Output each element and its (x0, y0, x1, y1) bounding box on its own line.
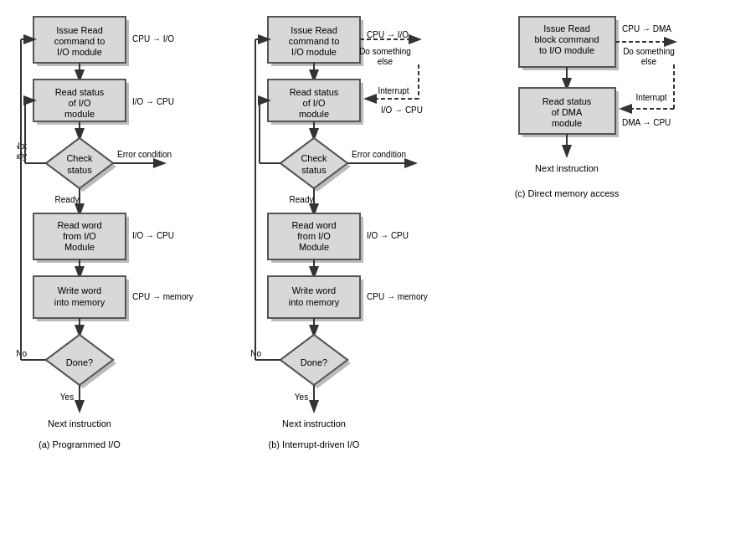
a-done: Done? (66, 357, 93, 367)
c-interrupt: Interrupt (635, 93, 666, 102)
b-done: Done? (301, 357, 327, 367)
a-label-io-cpu1: I/O → CPU (132, 97, 174, 106)
diagram-c: Issue Read block command to I/O module C… (494, 8, 728, 276)
a-write-word-l1: Write word (58, 285, 101, 295)
a-read-status-l2: of I/O (69, 98, 91, 108)
a-read-status-l1: Read status (55, 87, 105, 97)
c-dma-cpu: DMA → CPU (622, 118, 671, 127)
a-error: Error condition (117, 150, 172, 159)
c-read-status-l2: of DMA (552, 107, 583, 117)
a-start-line1: Issue Read (56, 25, 103, 35)
b-cpu-mem: CPU → memory (367, 292, 428, 301)
c-else: else (641, 57, 657, 66)
b-start-l1: Issue Read (291, 25, 337, 35)
b-else: else (378, 57, 393, 66)
a-start-line3: I/O module (57, 47, 102, 57)
b-read-status-l1: Read status (290, 87, 339, 97)
a-label-cpu-io: CPU → I/O (132, 34, 174, 44)
a-read-word-l1: Read word (57, 220, 101, 230)
a-check-status-l1: Check (66, 153, 93, 163)
b-read-word-l2: from I/O (297, 231, 331, 241)
b-io-cpu2: I/O → CPU (367, 231, 409, 240)
c-start-l1: Issue Read (543, 23, 590, 33)
b-start-l2: command to (289, 36, 340, 46)
c-cpu-dma: CPU → DMA (622, 24, 671, 33)
b-error: Error condition (352, 150, 406, 159)
b-check-l2: status (301, 165, 327, 175)
c-next-instr: Next instruction (535, 163, 599, 173)
b-start-l3: I/O module (291, 47, 337, 57)
c-read-status-l3: module (552, 118, 582, 128)
diagram-a: Issue Read command to I/O module CPU → I… (8, 8, 243, 511)
a-read-word-l2: from I/O (63, 231, 96, 241)
a-next-instr: Next instruction (48, 418, 111, 429)
c-read-status-l1: Read status (543, 96, 592, 106)
b-yes: Yes (295, 393, 308, 402)
b-do-something: Do something (359, 47, 411, 56)
c-caption: (c) Direct memory access (515, 188, 620, 198)
b-caption: (b) Interrupt-driven I/O (269, 439, 360, 449)
a-check-status-l2: status (67, 165, 92, 175)
c-start-l2: block command (534, 34, 599, 44)
a-write-word-l2: into memory (54, 297, 105, 307)
a-read-status-l3: module (64, 109, 95, 119)
c-start-l3: to I/O module (539, 45, 594, 55)
a-ready: Ready (55, 195, 80, 204)
b-cpu-io: CPU → I/O (367, 30, 409, 39)
a-yes: Yes (60, 393, 74, 402)
b-next-instr: Next instruction (282, 418, 346, 429)
a-start-line2: command to (54, 36, 105, 46)
b-write-l1: Write word (292, 285, 336, 295)
diagram-b: Issue Read command to I/O module CPU → I… (251, 8, 486, 511)
a-read-word-l3: Module (64, 242, 95, 252)
b-read-word-l1: Read word (291, 220, 336, 230)
b-interrupt: Interrupt (378, 86, 409, 95)
svg-marker-44 (280, 138, 347, 188)
b-ready: Ready (290, 195, 314, 204)
b-write-l2: into memory (289, 297, 340, 307)
a-no: No (17, 349, 27, 358)
diagram-a-svg: Issue Read command to I/O module CPU → I… (17, 8, 234, 511)
diagrams-container: Issue Read command to I/O module CPU → I… (8, 8, 748, 511)
svg-marker-10 (46, 138, 113, 188)
a-cpu-memory: CPU → memory (132, 292, 193, 301)
b-read-status-l2: of I/O (303, 98, 326, 108)
diagram-b-svg: Issue Read command to I/O module CPU → I… (251, 8, 486, 511)
b-no: No (251, 349, 261, 358)
b-io-cpu1: I/O → CPU (381, 105, 423, 115)
diagram-c-svg: Issue Read block command to I/O module C… (502, 8, 720, 276)
a-label-io-cpu2: I/O → CPU (132, 231, 174, 240)
c-do-something: Do something (623, 47, 675, 56)
b-check-l1: Check (301, 153, 327, 163)
b-read-word-l3: Module (299, 242, 329, 252)
a-caption: (a) Programmed I/O (39, 439, 121, 449)
b-read-status-l3: module (299, 109, 329, 119)
